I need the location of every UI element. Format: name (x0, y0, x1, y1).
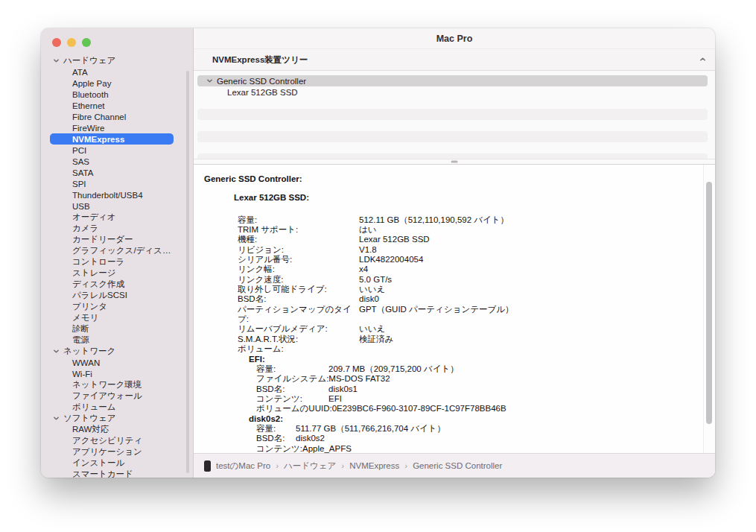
breadcrumb-separator: › (341, 461, 344, 470)
property-label: リンク速度: (238, 275, 359, 285)
property-value: 検証済み (359, 335, 393, 344)
sidebar-item[interactable]: スマートカード (50, 469, 174, 478)
sidebar: ハードウェアATAApple PayBluetoothEthernetFibre… (41, 28, 194, 478)
sidebar-section[interactable]: ネットワーク (50, 346, 174, 357)
property-value: disk0s1 (328, 384, 358, 394)
property-value: Lexar 512GB SSD (359, 235, 430, 244)
property-row: BSD名:disk0 (238, 294, 693, 304)
sidebar-item[interactable]: ストレージ (50, 267, 174, 279)
property-label: パーティションマップのタイプ: (238, 305, 359, 325)
volume-property-list: 容量:511.77 GB（511,766,216,704 バイト）BSD名:di… (256, 424, 693, 453)
chevron-down-icon (53, 415, 60, 422)
sidebar-item[interactable]: FireWire (50, 122, 174, 133)
details-title: Generic SSD Controller: (204, 174, 693, 184)
property-label: BSD名: (256, 384, 328, 394)
sidebar-item[interactable]: SAS (50, 156, 174, 167)
sidebar-item[interactable]: Apple Pay (50, 77, 174, 89)
sidebar-category-list: ハードウェアATAApple PayBluetoothEthernetFibre… (41, 55, 193, 478)
chevron-up-icon[interactable] (699, 55, 706, 64)
property-row: パーティションマップのタイプ:GPT（GUID パーティションテーブル） (238, 305, 693, 325)
property-value: GPT（GUID パーティションテーブル） (359, 305, 514, 325)
sidebar-item[interactable]: USB (50, 200, 174, 212)
sidebar-item[interactable]: プリンタ (50, 301, 174, 312)
chevron-down-icon[interactable] (197, 77, 213, 84)
sidebar-item[interactable]: SATA (50, 167, 174, 178)
details-scrollbar-thumb[interactable] (706, 182, 712, 424)
sidebar-item[interactable]: パラレルSCSI (50, 290, 174, 301)
sidebar-item[interactable]: Thunderbolt/USB4 (50, 189, 174, 200)
property-label: ボリューム: (238, 344, 359, 354)
sidebar-item[interactable]: カードリーダー (50, 234, 174, 245)
property-row: 機種:Lexar 512GB SSD (238, 235, 693, 244)
property-row: ボリュームのUUID:0E239BC6-F960-3107-89CF-1C97F… (256, 404, 693, 414)
splitter-handle-icon[interactable] (451, 161, 458, 163)
sidebar-scrollbar[interactable] (186, 71, 189, 473)
sidebar-item[interactable]: オーディオ (50, 212, 174, 223)
sidebar-item[interactable]: Wi-Fi (50, 368, 174, 379)
sidebar-section-label: ソフトウェア (63, 413, 116, 424)
sidebar-item[interactable]: RAW対応 (50, 424, 174, 435)
sidebar-item[interactable]: インストール (50, 457, 174, 469)
property-label: BSD名: (238, 294, 359, 304)
sidebar-item[interactable]: 診断 (50, 323, 174, 335)
sidebar-item[interactable]: 電源 (50, 335, 174, 346)
sidebar-item[interactable]: グラフィックス/ディス… (50, 245, 174, 256)
property-label: コンテンツ: (256, 394, 328, 404)
property-row: TRIM サポート:はい (238, 225, 693, 235)
property-label: 容量: (256, 364, 328, 374)
breadcrumb-segment: ハードウェア (284, 460, 336, 472)
window-titlebar[interactable]: Mac Pro (194, 28, 715, 49)
sidebar-section[interactable]: ソフトウェア (50, 413, 174, 424)
zoom-icon[interactable] (82, 38, 91, 47)
close-icon[interactable] (52, 38, 61, 47)
sidebar-item[interactable]: ATA (50, 66, 174, 77)
sidebar-item[interactable]: Ethernet (50, 100, 174, 111)
tree-empty-row (197, 153, 708, 159)
sidebar-item[interactable]: WWAN (50, 357, 174, 368)
sidebar-item[interactable]: PCI (50, 145, 174, 156)
device-tree-header-label: NVMExpress装置ツリー (212, 54, 308, 66)
sidebar-section[interactable]: ハードウェア (50, 55, 174, 66)
property-value: 512.11 GB（512,110,190,592 バイト） (359, 215, 509, 225)
pane-splitter[interactable] (194, 159, 715, 165)
property-row: リンク幅:x4 (238, 265, 693, 274)
property-value: V1.8 (359, 245, 377, 255)
sidebar-item[interactable]: メモリ (50, 312, 174, 323)
details-scrollbar-track[interactable] (703, 165, 715, 453)
tree-empty-row (197, 98, 708, 109)
volume-property-list: 容量:209.7 MB（209,715,200 バイト）ファイルシステム:MS-… (256, 364, 693, 414)
sidebar-item[interactable]: コントローラ (50, 256, 174, 267)
tree-empty-row (197, 131, 708, 142)
property-value: いいえ (359, 285, 385, 294)
property-row: コンテンツ:EFI (256, 394, 693, 404)
sidebar-item[interactable]: SPI (50, 178, 174, 189)
property-value: disk0 (359, 294, 379, 304)
sidebar-item[interactable]: ボリューム (50, 402, 174, 413)
sidebar-item[interactable]: ネットワーク環境 (50, 379, 174, 390)
minimize-icon[interactable] (67, 38, 76, 47)
property-label: ファイルシステム: (256, 374, 328, 384)
sidebar-item[interactable]: Fibre Channel (50, 111, 174, 122)
tree-empty-row (197, 142, 708, 153)
sidebar-item[interactable]: Bluetooth (50, 89, 174, 100)
property-row: 容量:512.11 GB（512,110,190,592 バイト） (238, 215, 693, 225)
chevron-down-icon (53, 348, 60, 355)
tree-row[interactable]: Lexar 512GB SSD (197, 86, 708, 98)
sidebar-item[interactable]: アクセシビリティ (50, 435, 174, 446)
main-pane: Mac Pro NVMExpress装置ツリー Generic SSD Cont… (194, 28, 715, 478)
sidebar-item[interactable]: ディスク作成 (50, 279, 174, 290)
tree-row[interactable]: Generic SSD Controller (197, 75, 708, 86)
property-value: disk0s2 (296, 434, 325, 443)
property-label: 取り外し可能ドライブ: (238, 285, 359, 294)
sidebar-item[interactable]: アプリケーション (50, 446, 174, 457)
volume-name: EFI: (249, 355, 693, 364)
property-row: シリアル番号:LDK4822004054 (238, 255, 693, 265)
sidebar-item[interactable]: ファイアウォール (50, 390, 174, 402)
property-value: Apple_APFS (302, 444, 352, 453)
sidebar-item[interactable]: NVMExpress (50, 133, 174, 145)
property-row: 容量:511.77 GB（511,766,216,704 バイト） (256, 424, 693, 434)
sidebar-section-label: ハードウェア (63, 55, 115, 66)
property-label: S.M.A.R.T.状況: (238, 335, 359, 344)
sidebar-item[interactable]: カメラ (50, 223, 174, 234)
mac-pro-icon (204, 460, 211, 472)
